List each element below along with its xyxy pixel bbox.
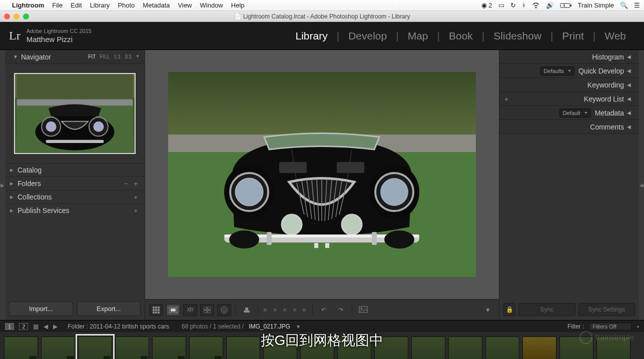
film-thumb[interactable] [152,336,186,359]
module-print[interactable]: Print [553,30,593,42]
navigator-thumbnail[interactable] [14,73,136,154]
loupe-preview[interactable] [168,72,476,277]
module-map[interactable]: Map [399,30,437,42]
menu-photo[interactable]: Photo [118,2,135,9]
menu-view[interactable]: View [178,2,192,9]
monitor-1-button[interactable]: 1 [5,323,14,330]
slideshow-button[interactable] [356,304,370,316]
filmstrip[interactable] [0,332,644,359]
film-thumb[interactable] [115,336,149,359]
export-button[interactable]: Export... [77,302,141,316]
svg-rect-47 [155,306,157,308]
menu-help[interactable]: Help [231,2,245,9]
collections-add[interactable]: + [134,194,140,201]
nav-fit[interactable]: FIT [88,54,96,60]
menubar-user[interactable]: Train Simple [578,2,614,9]
quick-develop-preset-dropdown[interactable]: Defaults [540,66,574,76]
right-panel-grip[interactable]: ◀ [639,50,644,320]
add-keyword-button[interactable]: + [504,95,508,103]
film-thumb[interactable] [263,336,297,359]
volume-icon[interactable]: 🔊 [546,2,554,9]
filter-dropdown[interactable]: Filters Off [589,322,631,330]
prev-button[interactable]: ◀ [44,323,48,330]
folders-item[interactable]: ▶Folders− + [5,176,145,190]
publish-add[interactable]: + [134,207,140,214]
menu-metadata[interactable]: Metadata [143,2,170,9]
grid-view-button[interactable] [149,304,163,316]
chevron-down-icon[interactable]: ▾ [297,323,300,330]
catalog-item[interactable]: ▶Catalog [5,163,145,176]
nav-1to1[interactable]: 1:1 [114,54,121,60]
spotlight-icon[interactable]: 🔍 [620,2,628,9]
breadcrumb-path[interactable]: Folder : 2011-04-12 british sports cars [68,323,169,330]
folders-add-remove[interactable]: − + [124,180,140,188]
painter-button[interactable] [240,304,254,316]
wifi-icon[interactable] [532,2,540,8]
menu-edit[interactable]: Edit [71,2,82,9]
monitor-2-button[interactable]: 2 [19,323,28,330]
film-thumb-selected[interactable] [78,336,112,359]
filter-lock-icon[interactable]: ▪ [637,323,639,330]
loupe-view-button[interactable] [166,304,180,316]
people-view-button[interactable] [217,304,231,316]
nav-fill[interactable]: FILL [100,54,110,60]
film-thumb[interactable] [300,336,334,359]
module-web[interactable]: Web [595,30,635,42]
toolbar-menu-button[interactable]: ▼ [481,304,495,316]
grid-icon[interactable]: ▦ [33,323,39,330]
import-button[interactable]: Import... [9,302,73,316]
film-thumb[interactable] [522,336,556,359]
module-develop[interactable]: Develop [339,30,396,42]
nav-3to1[interactable]: 3:1 [125,54,132,60]
publish-services-item[interactable]: ▶Publish Services+ [5,204,145,217]
left-panel-grip[interactable]: ▶ [0,50,5,320]
next-button[interactable]: ▶ [53,323,58,330]
module-slideshow[interactable]: Slideshow [484,30,550,42]
keyword-list-header[interactable]: +Keyword List◀ [499,92,639,106]
cloud-status-icon[interactable]: ◉ 2 [481,2,492,9]
sync-settings-button[interactable]: Sync Settings [578,303,635,316]
signed-in-user[interactable]: Matthew Pizzi [27,34,92,44]
menubar-app[interactable]: Lightroom [12,2,44,9]
rating-stars[interactable]: ★ ★ ★ ★ ★ [262,306,308,314]
menu-library[interactable]: Library [90,2,110,9]
svg-rect-16 [279,162,307,173]
survey-view-button[interactable] [200,304,214,316]
menu-extras-icon[interactable]: ☰ [634,2,640,9]
battery-icon[interactable] [560,2,572,8]
menu-window[interactable]: Window [200,2,223,9]
navigator-header[interactable]: ▼ Navigator FIT FILL 1:1 3:1 ▼ [5,50,145,64]
collections-item[interactable]: ▶Collections+ [5,190,145,204]
menu-file[interactable]: File [52,2,63,9]
histogram-header[interactable]: Histogram◀ [499,50,639,64]
close-button[interactable] [4,14,10,20]
rotate-cw-button[interactable]: ↷ [334,304,348,316]
film-thumb[interactable] [337,336,371,359]
compare-view-button[interactable]: X|Y [183,304,197,316]
film-thumb[interactable] [41,336,75,359]
airplay-icon[interactable]: ▭ [498,2,504,9]
film-thumb[interactable] [189,336,223,359]
minimize-button[interactable] [14,14,20,20]
bluetooth-icon[interactable]: ᚼ [522,2,526,9]
timemachine-icon[interactable]: ↻ [510,2,516,9]
comments-header[interactable]: Comments◀ [499,120,639,134]
film-thumb[interactable] [485,336,519,359]
rotate-ccw-button[interactable]: ↶ [317,304,331,316]
metadata-preset-dropdown[interactable]: Default [559,108,591,118]
film-thumb[interactable] [374,336,408,359]
sync-button[interactable]: Sync [518,303,575,316]
film-thumb[interactable] [411,336,445,359]
metadata-header[interactable]: DefaultMetadata◀ [499,106,639,120]
film-thumb[interactable] [4,336,38,359]
film-thumb[interactable] [448,336,482,359]
module-library[interactable]: Library [286,30,336,42]
traffic-lights[interactable] [4,14,29,20]
zoom-button[interactable] [23,14,29,20]
film-thumb[interactable] [226,336,260,359]
sync-lock-button[interactable]: 🔒 [503,303,515,316]
module-book[interactable]: Book [440,30,482,42]
quick-develop-header[interactable]: DefaultsQuick Develop◀ [499,64,639,78]
keywording-header[interactable]: Keywording◀ [499,78,639,92]
chevron-down-icon[interactable]: ▼ [136,54,140,60]
